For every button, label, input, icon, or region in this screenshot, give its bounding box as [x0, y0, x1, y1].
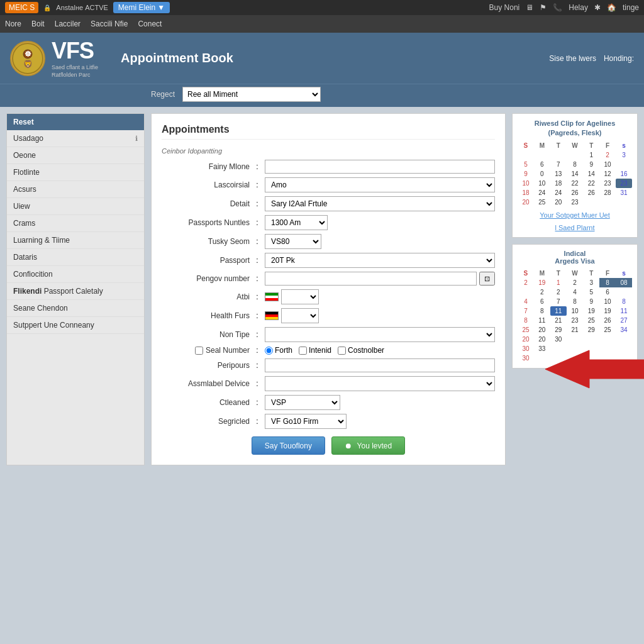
tinge-label[interactable]: tinge	[623, 3, 639, 12]
cal2-cell[interactable]: 2	[567, 278, 584, 287]
cal2-cell[interactable]: 20	[534, 335, 550, 344]
cal2-cell[interactable]: 30	[518, 344, 534, 353]
cal2-cell[interactable]: 29	[583, 325, 599, 335]
cal1-cell[interactable]: 24	[550, 188, 567, 197]
cal2-cell[interactable]: 8	[599, 278, 616, 287]
cal2-cell[interactable]: 27	[616, 316, 632, 325]
cal2-cell[interactable]: 11	[550, 306, 567, 316]
cal2-cell[interactable]	[616, 335, 632, 344]
cal2-cell[interactable]	[599, 344, 616, 353]
cal2-cell[interactable]: 8	[534, 306, 550, 316]
cal1-cell[interactable]: 8	[567, 160, 584, 169]
regect-dropdown[interactable]: Ree all Miment	[182, 87, 321, 102]
cal2-cell[interactable]: 21	[567, 325, 584, 335]
cal2-cell[interactable]: 8	[518, 316, 534, 325]
cal2-cell[interactable]: 9	[583, 297, 599, 306]
cal2-cell[interactable]: 30	[518, 353, 534, 363]
nav-saccili[interactable]: Saccili Nfie	[91, 19, 128, 28]
you-levted-button[interactable]: ⏺ You levted	[331, 436, 405, 455]
cal1-cell[interactable]	[567, 150, 584, 160]
fainy-input[interactable]	[265, 160, 495, 174]
cal2-cell[interactable]: 8	[567, 297, 584, 306]
cal2-cell[interactable]: 21	[550, 316, 567, 325]
cal2-cell[interactable]: 25	[583, 316, 599, 325]
cal2-cell[interactable]: 3	[583, 278, 599, 287]
cal2-cell[interactable]: 2	[550, 287, 567, 297]
tab-memi[interactable]: Memi Elein ▼	[113, 2, 170, 13]
sidebar-item-flikendi[interactable]: Flikendi Passport Caletaly	[7, 283, 144, 300]
sidebar-item-dataris[interactable]: Dataris	[7, 249, 144, 266]
seal-checkbox[interactable]	[195, 347, 203, 355]
cal2-cell[interactable]	[518, 287, 534, 297]
sidebar-item-acsurs[interactable]: Acsurs	[7, 181, 144, 198]
cal2-cell[interactable]	[599, 335, 616, 344]
cal1-cell[interactable]: 14	[567, 169, 584, 179]
cal2-cell[interactable]: 19	[599, 306, 616, 316]
cal1-cell[interactable]: 0	[534, 169, 550, 179]
peripours-input[interactable]	[265, 358, 495, 372]
cal1-cell[interactable]: 23	[599, 179, 616, 188]
sidebar-item-confiocition[interactable]: Confiocition	[7, 266, 144, 283]
atbi-select[interactable]	[281, 289, 319, 304]
segricled-select[interactable]: VF Go10 Firm	[265, 414, 347, 429]
cal2-cell[interactable]: 11	[616, 306, 632, 316]
cal1-cell[interactable]: 28	[599, 188, 616, 197]
passports-select[interactable]: 1300 Am	[265, 215, 328, 230]
cal1-cell[interactable]: 20	[518, 197, 534, 207]
sidebar-item-crams[interactable]: Crams	[7, 215, 144, 232]
cal1-cell[interactable]	[616, 197, 632, 207]
sidebar-item-seane[interactable]: Seane Chendon	[7, 300, 144, 317]
nontype-select[interactable]	[265, 327, 495, 342]
cal2-cell[interactable]	[583, 353, 599, 363]
cal2-cell[interactable]	[583, 335, 599, 344]
cal2-cell[interactable]: 25	[599, 325, 616, 335]
cal1-cell[interactable]: 24	[534, 188, 550, 197]
cal1-cell[interactable]: 22	[567, 179, 584, 188]
cal1-cell[interactable]: 26	[583, 188, 599, 197]
cal1-cell[interactable]: 10	[599, 160, 616, 169]
cal2-cell[interactable]	[583, 344, 599, 353]
cal2-cell[interactable]: 5	[583, 287, 599, 297]
lascoirsial-select[interactable]: Amo	[265, 177, 495, 192]
cal2-cell[interactable]: 20	[534, 325, 550, 335]
pengov-btn[interactable]: ⊡	[479, 272, 495, 286]
nav-nore[interactable]: Nore	[5, 19, 21, 28]
cal2-cell[interactable]: 25	[518, 325, 534, 335]
tab-anstalne[interactable]: Anstalне АCTVE	[56, 4, 108, 11]
cal2-cell[interactable]: 19	[583, 306, 599, 316]
cal2-cell[interactable]: 6	[534, 297, 550, 306]
cal1-cell[interactable]: 3	[616, 150, 632, 160]
cal1-cell[interactable]: 23	[567, 197, 584, 207]
cal1-cell[interactable]: 26	[567, 188, 584, 197]
cal2-cell[interactable]: 26	[599, 316, 616, 325]
sidebar-item-uiew[interactable]: Uiew	[7, 198, 144, 215]
cal2-cell[interactable]: 29	[550, 325, 567, 335]
cal1-cell[interactable]: 10	[518, 179, 534, 188]
cal2-cell[interactable]: 6	[599, 287, 616, 297]
tusky-select[interactable]: VS80	[265, 234, 321, 249]
cal2-cell[interactable]: 2	[534, 287, 550, 297]
cal2-cell[interactable]	[534, 353, 550, 363]
cal1-cell[interactable]: 5	[518, 160, 534, 169]
save-touoflony-button[interactable]: Say Touoflony	[252, 436, 325, 455]
sidebar-item-oeone[interactable]: Oeone	[7, 147, 144, 164]
cal1-cell[interactable]: 2	[599, 150, 616, 160]
cal1-cell[interactable]: 1	[583, 150, 599, 160]
seal-opt3[interactable]: Costnolber	[338, 346, 384, 355]
cal1-cell[interactable]: 6	[534, 160, 550, 169]
cal1-cell[interactable]: 12	[599, 169, 616, 179]
cal2-cell[interactable]	[599, 353, 616, 363]
cal1-cell[interactable]	[534, 150, 550, 160]
cal2-cell[interactable]: 10	[567, 306, 584, 316]
cal2-cell[interactable]: 8	[616, 297, 632, 306]
cal2-cell[interactable]: 2	[518, 278, 534, 287]
cal2-cell[interactable]: 7	[550, 297, 567, 306]
cal1-cell[interactable]: 18	[550, 179, 567, 188]
seal-opt1[interactable]: Forth	[265, 346, 292, 355]
cal1-cell[interactable]: 25	[534, 197, 550, 207]
cal2-cell[interactable]	[616, 353, 632, 363]
cal2-cell[interactable]	[550, 353, 567, 363]
cal2-cell[interactable]: 4	[518, 297, 534, 306]
cal2-cell[interactable]	[550, 344, 567, 353]
cal1-cell[interactable]: 14	[583, 169, 599, 179]
